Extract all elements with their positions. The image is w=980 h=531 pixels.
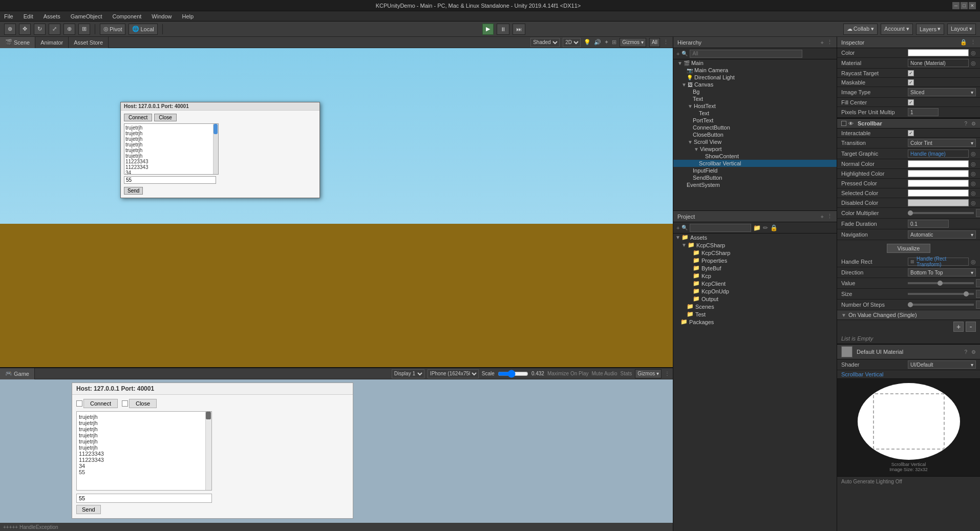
project-item-kcponudp[interactable]: ▶ 📁 KcpOnUdp — [673, 287, 837, 295]
game-more-icon[interactable]: ⋮ — [665, 371, 670, 376]
menu-edit[interactable]: Edit — [22, 13, 35, 19]
gw-small-send-btn[interactable]: Send — [124, 187, 143, 195]
account-button[interactable]: Account ▾ — [881, 24, 913, 35]
scrollbar-toggle[interactable] — [841, 121, 846, 126]
tab-scene[interactable]: 🎬 Scene — [0, 37, 35, 48]
navigation-dropdown[interactable]: Automatic ▾ — [908, 230, 976, 239]
pixels-input[interactable] — [908, 108, 939, 116]
large-scroll-area[interactable]: trujetrjh trujetrjh trujetrjh trujetrjh … — [76, 411, 212, 491]
color-circle-icon[interactable]: ◎ — [971, 50, 976, 56]
scene-more-icon[interactable]: ⋮ — [663, 39, 669, 46]
transform-tool-2[interactable]: ✥ — [19, 24, 31, 35]
hierarchy-options-icon[interactable]: ⋮ — [827, 39, 833, 46]
steps-slider[interactable] — [908, 304, 974, 306]
close-checkbox[interactable] — [122, 400, 128, 407]
close-button[interactable]: ✕ — [969, 2, 976, 9]
menu-gameobject[interactable]: GameObject — [69, 13, 104, 19]
tree-item-scrollbar-vertical[interactable]: ▶ Scrollbar Vertical — [673, 160, 837, 167]
highlighted-color-swatch[interactable] — [908, 170, 969, 177]
stats-button[interactable]: Stats — [621, 371, 632, 376]
hierarchy-add-icon[interactable]: + — [676, 51, 679, 57]
game-gizmos-button[interactable]: Gizmos ▾ — [635, 369, 662, 378]
tab-asset-store[interactable]: Asset Store — [69, 37, 109, 48]
project-icon-2[interactable]: ✏ — [763, 224, 768, 231]
project-item-kcp[interactable]: ▶ 📁 Kcp — [673, 272, 837, 280]
steps-input[interactable] — [976, 301, 980, 309]
large-scroll-thumb[interactable] — [206, 412, 211, 419]
fill-center-checkbox[interactable]: ✓ — [908, 99, 914, 105]
image-type-dropdown[interactable]: Sliced ▾ — [908, 88, 976, 96]
large-input[interactable] — [76, 494, 212, 503]
target-graphic-field[interactable]: Handle (Image) — [908, 150, 969, 158]
tree-item-main[interactable]: ▼ 🎬 Main — [673, 59, 837, 67]
connect-checkbox[interactable] — [76, 400, 82, 407]
project-icon-3[interactable]: 🔒 — [770, 224, 778, 231]
layout-button[interactable]: Layout ▾ — [947, 24, 976, 35]
transform-tool-3[interactable]: ↻ — [34, 24, 46, 35]
normal-color-circle[interactable]: ◎ — [971, 161, 976, 167]
tree-item-text2[interactable]: ▶ Text — [673, 110, 837, 117]
value-slider[interactable] — [908, 282, 974, 284]
highlighted-color-circle[interactable]: ◎ — [971, 171, 976, 177]
resolution-dropdown[interactable]: IPhone (1624x750) — [428, 369, 479, 378]
large-scroll-handle[interactable] — [205, 412, 211, 490]
tree-item-connectbtn[interactable]: ▶ ConnectButton — [673, 124, 837, 131]
size-input[interactable] — [976, 290, 980, 298]
color-multiplier-input[interactable] — [976, 209, 980, 217]
project-item-kcpcsharp2[interactable]: ▶ 📁 KcpCSharp — [673, 249, 837, 257]
material-help-icon[interactable]: ? — [964, 349, 967, 355]
tab-animator[interactable]: Animator — [35, 37, 69, 48]
scrollbar-vertical-link[interactable]: Scrollbar Vertical — [841, 371, 884, 377]
interactable-checkbox[interactable]: ✓ — [908, 130, 914, 136]
menu-window[interactable]: Window — [150, 13, 174, 19]
tree-item-scroll-view[interactable]: ▼ Scroll View — [673, 138, 837, 145]
mute-audio[interactable]: Mute Audio — [591, 371, 617, 376]
gw-small-scroll-area[interactable]: trujetrjh trujetrjh trujetrjh trujetrjh … — [124, 123, 219, 175]
transform-tool-1[interactable]: ⊕ — [4, 24, 16, 35]
on-value-remove-btn[interactable]: - — [966, 322, 976, 332]
project-item-kcpcsharp[interactable]: ▼ 📁 KcpCSharp — [673, 241, 837, 249]
tree-item-inputfield[interactable]: ▶ InputField — [673, 167, 837, 174]
project-item-kcpclient[interactable]: ▶ 📁 KcpClient — [673, 280, 837, 287]
project-options-icon[interactable]: ⋮ — [827, 213, 833, 220]
tree-item-bg[interactable]: ▶ Bg — [673, 88, 837, 95]
gw-small-input[interactable] — [124, 176, 216, 184]
color-multiplier-slider[interactable] — [908, 212, 974, 214]
transform-tool-4[interactable]: ⤢ — [49, 24, 60, 35]
selected-color-swatch[interactable] — [908, 189, 969, 197]
selected-color-circle[interactable]: ◎ — [971, 190, 976, 197]
scale-slider[interactable] — [498, 371, 528, 377]
tree-item-eventsystem[interactable]: ▶ EventSystem — [673, 181, 837, 188]
project-item-output[interactable]: ▶ 📁 Output — [673, 295, 837, 303]
large-connect-btn[interactable]: Connect — [83, 399, 118, 408]
target-graphic-select-icon[interactable]: ◎ — [971, 151, 976, 157]
tree-item-hosttext[interactable]: ▼ HostText — [673, 102, 837, 110]
gw-small-scroll-thumb[interactable] — [214, 124, 218, 134]
raycast-checkbox[interactable]: ✓ — [908, 70, 914, 76]
project-add-btn[interactable]: + — [676, 225, 679, 231]
pressed-color-swatch[interactable] — [908, 180, 969, 187]
project-icon-1[interactable]: 📁 — [753, 224, 761, 231]
scrollbar-settings-icon[interactable]: ⚙ — [971, 121, 976, 126]
inspector-options-icon[interactable]: ⋮ — [970, 39, 976, 46]
play-button[interactable]: ▶ — [482, 24, 494, 35]
layers-button[interactable]: Layers ▾ — [916, 24, 944, 35]
scrollbar-help-icon[interactable]: ? — [964, 121, 967, 126]
transform-tool-5[interactable]: ⊕ — [63, 24, 75, 35]
project-item-scenes[interactable]: ▶ 📁 Scenes — [673, 303, 837, 310]
maximize-button[interactable]: □ — [961, 2, 968, 9]
gw-small-close[interactable]: Close — [154, 114, 177, 121]
large-close-btn[interactable]: Close — [129, 399, 157, 408]
value-input[interactable] — [976, 279, 980, 287]
project-item-properties[interactable]: ▶ 📁 Properties — [673, 257, 837, 264]
project-search-input[interactable] — [690, 224, 751, 232]
view-2d-dropdown[interactable]: 2D — [563, 38, 581, 47]
pressed-color-circle[interactable]: ◎ — [971, 180, 976, 187]
collab-button[interactable]: ☁ Collab ▾ — [843, 24, 878, 35]
transform-tool-6[interactable]: ⊞ — [78, 24, 90, 35]
large-send-btn[interactable]: Send — [76, 505, 101, 514]
material-target-icon[interactable]: ◎ — [971, 60, 976, 67]
tree-item-porttext[interactable]: ▶ PortText — [673, 117, 837, 124]
tree-item-canvas[interactable]: ▼ 🖼 Canvas — [673, 81, 837, 88]
project-item-bytebuf[interactable]: ▶ 📁 ByteBuf — [673, 264, 837, 272]
